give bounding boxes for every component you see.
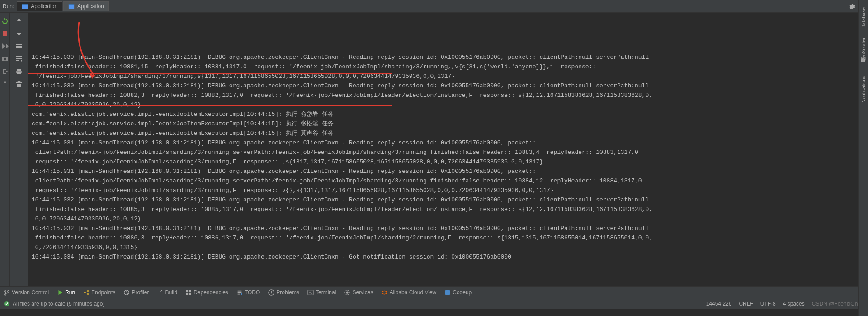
gear-icon[interactable] xyxy=(848,3,855,10)
svg-rect-18 xyxy=(189,292,191,294)
console-line: 10:44:15.030 [main-SendThread(192.168.0.… xyxy=(32,81,868,91)
stop-icon[interactable] xyxy=(1,30,9,37)
svg-rect-8 xyxy=(17,69,21,71)
tool-tab-version-control[interactable]: Version Control xyxy=(4,289,49,296)
pause-icon[interactable] xyxy=(1,43,9,50)
console-line: 10:44:15.032 [main-SendThread(192.168.0.… xyxy=(32,224,868,233)
svg-rect-15 xyxy=(186,290,188,292)
tool-tab-profiler[interactable]: Profiler xyxy=(123,289,149,296)
console-line: 10:44:15.031 [main-SendThread(192.168.0.… xyxy=(32,138,868,148)
svg-rect-24 xyxy=(445,290,450,295)
console-line: clientPath:/feenix-job/FeenixJobImpl/sha… xyxy=(32,148,868,157)
status-text: All files are up-to-date (5 minutes ago) xyxy=(13,301,104,307)
right-stripe-notifications[interactable]: Notifications xyxy=(861,76,866,103)
run-tab-1[interactable]: Application xyxy=(63,1,109,11)
tool-window-stripe: Version ControlRunEndpointsProfilerBuild… xyxy=(0,286,868,298)
softwrap-icon[interactable] xyxy=(15,43,23,50)
app-icon xyxy=(68,3,75,10)
console-line: 10:44:15.030 [main-SendThread(192.168.0.… xyxy=(32,53,868,62)
console-output[interactable]: 10:44:15.030 [main-SendThread(192.168.0.… xyxy=(28,13,868,286)
console-line: 0,0,72063441479335936,20,0,12} xyxy=(32,214,868,224)
arrow-up-icon[interactable] xyxy=(15,17,23,24)
tab-label: Codeup xyxy=(453,289,472,296)
rerun-icon[interactable] xyxy=(1,17,9,24)
exit-icon[interactable] xyxy=(1,68,9,75)
tool-tab-run[interactable]: Run xyxy=(57,289,75,296)
caret-position[interactable]: 14454:226 xyxy=(706,301,732,307)
scroll-end-icon[interactable] xyxy=(15,55,23,62)
todo-icon xyxy=(236,289,243,296)
tab-label: Application xyxy=(77,3,104,10)
build-icon xyxy=(157,289,163,296)
svg-rect-16 xyxy=(189,290,191,292)
tab-label: Run xyxy=(65,289,75,296)
watermark: CSDN @FeenixOne xyxy=(812,301,861,307)
console-line: finished:false header:: 10882,3 replyHea… xyxy=(32,91,868,100)
play-icon xyxy=(57,289,63,296)
svg-rect-1 xyxy=(22,4,28,5)
camera-icon[interactable] xyxy=(1,55,9,62)
console-line: com.feenix.elasticjob.service.impl.Feeni… xyxy=(32,119,868,129)
right-stripe-database[interactable]: Database xyxy=(861,7,866,29)
codeup-icon xyxy=(444,289,451,296)
console-line: 10:44:15.032 [main-SendThread(192.168.0.… xyxy=(32,195,868,205)
app-icon xyxy=(22,3,28,10)
tab-label: Application xyxy=(31,3,57,10)
tool-tab-terminal[interactable]: Terminal xyxy=(307,289,336,296)
svg-rect-5 xyxy=(3,31,7,36)
clear-icon[interactable] xyxy=(15,81,23,88)
console-toolbar xyxy=(10,13,28,286)
tool-tab-services[interactable]: Services xyxy=(344,289,373,296)
tool-tab-endpoints[interactable]: Endpoints xyxy=(83,289,115,296)
indent[interactable]: 4 spaces xyxy=(783,301,805,307)
problems-icon xyxy=(268,289,274,296)
console-line: finished:false header:: 10886,3 replyHea… xyxy=(32,233,868,243)
tool-tab-dependencies[interactable]: Dependencies xyxy=(185,289,228,296)
console-line: com.feenix.elasticjob.service.impl.Feeni… xyxy=(32,129,868,138)
right-stripe-aixcoder[interactable]: aiXcoder xyxy=(861,38,866,57)
tool-tab-todo[interactable]: TODO xyxy=(236,289,260,296)
tab-label: Services xyxy=(352,289,373,296)
console-line: 0,72063441479335936,0,0,1315} xyxy=(32,243,868,252)
console-line: 10:44:15.034 [main-SendThread(192.168.0.… xyxy=(32,252,868,262)
main-area: 10:44:15.030 [main-SendThread(192.168.0.… xyxy=(0,13,868,286)
terminal-icon xyxy=(307,289,314,296)
services-icon xyxy=(344,289,350,296)
tab-label: Dependencies xyxy=(193,289,228,296)
pin-icon[interactable] xyxy=(1,81,9,88)
svg-rect-17 xyxy=(186,292,188,294)
tab-label: Endpoints xyxy=(91,289,115,296)
tool-tab-build[interactable]: Build xyxy=(157,289,177,296)
tab-label: Version Control xyxy=(12,289,49,296)
run-tab-0[interactable]: Application xyxy=(17,1,62,11)
console-line: 0,0,72063441479335936,20,0,12} xyxy=(32,100,868,110)
arrow-down-icon[interactable] xyxy=(15,30,23,37)
console-line: request:: '/feenix-job/FeenixJobImpl/sha… xyxy=(32,186,868,195)
endpoints-icon xyxy=(83,289,90,296)
print-icon[interactable] xyxy=(15,68,23,75)
run-label: Run: xyxy=(3,3,14,10)
tab-label: Problems xyxy=(276,289,299,296)
encoding[interactable]: UTF-8 xyxy=(760,301,776,307)
svg-point-7 xyxy=(4,58,6,61)
tab-label: TODO xyxy=(245,289,260,296)
console-line: '/feenix-job/FeenixJobImpl/sharding/3/ru… xyxy=(32,72,868,81)
tab-label: Alibaba Cloud View xyxy=(389,289,436,296)
console-line: com.feenix.elasticjob.service.impl.Feeni… xyxy=(32,110,868,119)
status-bar: All files are up-to-date (5 minutes ago)… xyxy=(0,298,868,309)
profiler-icon xyxy=(123,289,130,296)
tool-tab-alibaba-cloud-view[interactable]: Alibaba Cloud View xyxy=(381,289,436,296)
line-separator[interactable]: CRLF xyxy=(739,301,753,307)
console-line: clientPath:/feenix-job/FeenixJobImpl/sha… xyxy=(32,176,868,186)
tab-label: Profiler xyxy=(132,289,149,296)
tab-label: Terminal xyxy=(316,289,336,296)
tool-tab-problems[interactable]: Problems xyxy=(268,289,299,296)
run-tool-header: Run: Application Application xyxy=(0,0,868,13)
tool-tab-codeup[interactable]: Codeup xyxy=(444,289,472,296)
svg-rect-10 xyxy=(17,72,21,74)
right-tool-stripe: DatabaseaiXcoder应用观察器Notifications xyxy=(858,0,868,316)
console-line: request:: '/feenix-job/FeenixJobImpl/sha… xyxy=(32,157,868,167)
svg-point-22 xyxy=(346,291,349,293)
deps-icon xyxy=(185,289,192,296)
svg-rect-3 xyxy=(69,4,74,5)
